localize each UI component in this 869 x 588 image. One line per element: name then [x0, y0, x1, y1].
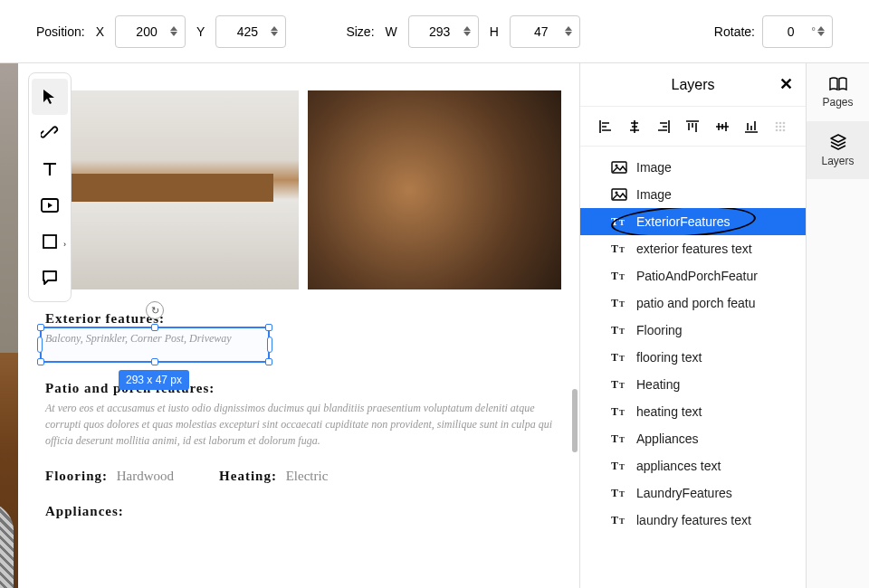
layer-item[interactable]: TTflooring text: [580, 344, 806, 371]
heating-label[interactable]: Heating:: [219, 469, 277, 483]
size-h-input[interactable]: 47: [510, 15, 580, 48]
align-center-v-icon[interactable]: [712, 117, 732, 137]
select-tool[interactable]: [32, 79, 68, 115]
resize-handle[interactable]: [265, 324, 272, 331]
size-h-stepper[interactable]: [565, 26, 572, 36]
selection-box[interactable]: ↻ 293 x 47 px: [40, 327, 270, 363]
layer-item-label: Appliances: [636, 432, 699, 446]
rotate-stepper[interactable]: [817, 26, 825, 36]
align-right-icon[interactable]: [654, 117, 673, 137]
image-icon: [611, 188, 627, 201]
text-icon: TT: [611, 487, 627, 499]
svg-text:T: T: [619, 218, 625, 227]
layer-item-label: LaundryFeatures: [636, 486, 732, 500]
layer-item[interactable]: TTpatio and porch featu: [580, 289, 806, 317]
rotate-label: Rotate:: [714, 24, 755, 39]
h-axis-label: H: [490, 24, 499, 39]
align-center-h-icon[interactable]: [625, 117, 645, 137]
layer-item[interactable]: TTHeating: [580, 371, 806, 398]
shape-tool[interactable]: ›: [32, 223, 68, 260]
layer-item[interactable]: TTFlooring: [580, 317, 806, 344]
svg-text:T: T: [611, 297, 618, 309]
layer-item-label: exterior features text: [636, 242, 752, 256]
svg-text:T: T: [611, 270, 618, 282]
alignment-tools: [580, 107, 806, 147]
text-icon: TT: [611, 270, 627, 282]
pages-icon: [828, 76, 848, 92]
size-w-stepper[interactable]: [463, 26, 471, 36]
resize-handle[interactable]: [37, 337, 43, 353]
resize-handle[interactable]: [151, 358, 158, 365]
resize-handle[interactable]: [37, 358, 44, 365]
layer-item-label: PatioAndPorchFeatur: [636, 269, 758, 283]
layer-item[interactable]: TTExteriorFeatures: [580, 208, 806, 235]
heating-value[interactable]: Electric: [286, 469, 329, 483]
size-h-value: 47: [518, 24, 565, 39]
resize-handle[interactable]: [265, 358, 272, 365]
video-tool[interactable]: [32, 187, 68, 223]
layer-item-label: Image: [636, 187, 672, 202]
image-dining[interactable]: [308, 90, 561, 289]
svg-text:T: T: [611, 324, 618, 337]
layer-item[interactable]: TTexterior features text: [580, 235, 806, 262]
svg-text:T: T: [611, 487, 618, 499]
size-w-input[interactable]: 293: [408, 15, 479, 48]
svg-text:T: T: [611, 432, 618, 445]
position-x-input[interactable]: 200: [115, 15, 186, 48]
layer-item-label: flooring text: [636, 350, 702, 365]
layers-title-text: Layers: [671, 77, 714, 93]
layer-item[interactable]: Image: [580, 181, 806, 208]
layer-item[interactable]: TTheating text: [580, 398, 806, 425]
link-tool[interactable]: [32, 115, 68, 151]
svg-point-3: [779, 121, 782, 124]
heading-exterior-features[interactable]: Exterior features:: [45, 311, 561, 327]
align-left-icon[interactable]: [596, 117, 616, 137]
layer-list[interactable]: ImageImageTTExteriorFeaturesTTexterior f…: [580, 147, 806, 588]
svg-point-9: [779, 128, 782, 131]
close-icon[interactable]: ✕: [779, 74, 793, 94]
resize-handle[interactable]: [37, 324, 44, 331]
position-y-input[interactable]: 425: [215, 15, 286, 48]
layer-item-label: Flooring: [636, 323, 683, 337]
rotate-handle-icon[interactable]: ↻: [146, 301, 164, 319]
svg-text:T: T: [619, 327, 625, 336]
layer-item[interactable]: TTlaundry features text: [580, 507, 806, 534]
flooring-value[interactable]: Hardwood: [117, 469, 174, 483]
text-icon: TT: [611, 297, 627, 309]
resize-handle[interactable]: [151, 324, 158, 331]
layer-item-label: appliances text: [636, 459, 721, 473]
layer-item-label: Image: [636, 160, 672, 175]
layer-item[interactable]: TTappliances text: [580, 452, 806, 479]
distribute-icon: [770, 117, 790, 137]
svg-text:T: T: [611, 514, 618, 526]
position-x-stepper[interactable]: [170, 26, 177, 36]
comment-tool[interactable]: [32, 260, 68, 296]
canvas[interactable]: Exterior features: Balcony, Sprinkler, C…: [0, 63, 579, 588]
tab-layers[interactable]: Layers: [807, 121, 869, 179]
rotate-input[interactable]: 0 °: [762, 15, 833, 48]
svg-point-8: [776, 128, 778, 131]
image-kitchen[interactable]: [45, 90, 299, 289]
svg-rect-1: [43, 235, 56, 248]
position-y-stepper[interactable]: [271, 26, 278, 36]
svg-point-10: [783, 128, 786, 131]
text-icon: TT: [611, 324, 627, 337]
text-icon: TT: [611, 405, 627, 418]
scrollbar[interactable]: [572, 389, 578, 452]
patio-features-text[interactable]: At vero eos et accusamus et iusto odio d…: [45, 400, 561, 449]
align-top-icon[interactable]: [683, 117, 702, 137]
resize-handle[interactable]: [267, 337, 272, 353]
layer-item[interactable]: Image: [580, 154, 806, 181]
layers-panel: Layers ✕ ImageImageTTExteriorFeaturesTTe…: [579, 63, 806, 588]
align-bottom-icon[interactable]: [741, 117, 761, 137]
appliances-label[interactable]: Appliances:: [45, 504, 561, 519]
svg-text:T: T: [619, 299, 625, 308]
layer-item[interactable]: TTAppliances: [580, 425, 806, 452]
text-tool[interactable]: [32, 151, 68, 187]
layer-item[interactable]: TTLaundryFeatures: [580, 479, 806, 507]
flooring-label[interactable]: Flooring:: [45, 469, 108, 483]
size-w-value: 293: [416, 24, 463, 39]
tab-pages[interactable]: Pages: [807, 63, 869, 121]
layer-item-label: Heating: [636, 377, 680, 392]
layer-item[interactable]: TTPatioAndPorchFeatur: [580, 262, 806, 289]
